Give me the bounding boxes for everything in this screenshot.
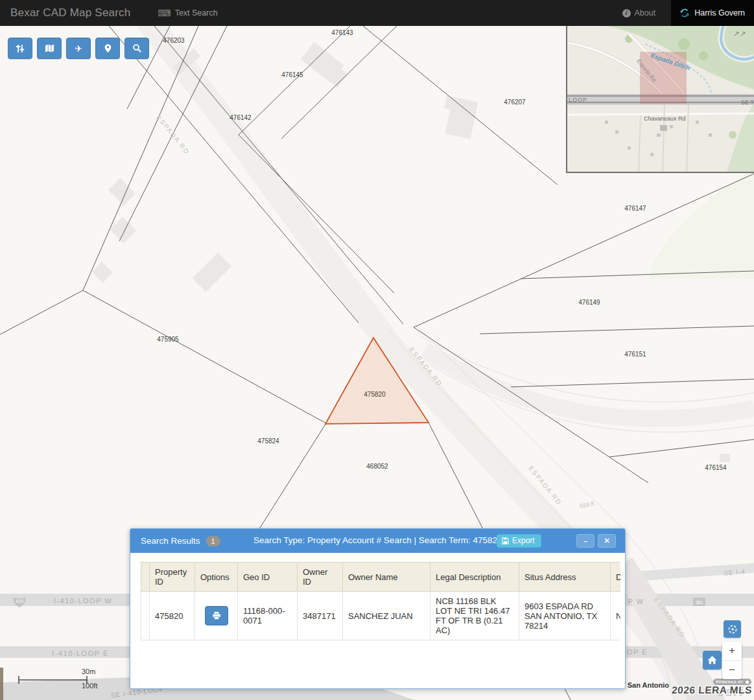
row-selector-cell[interactable] bbox=[141, 592, 150, 640]
export-save-icon bbox=[502, 537, 509, 544]
zoom-out-button[interactable]: − bbox=[722, 661, 742, 680]
cell-options bbox=[195, 592, 238, 640]
search-icon bbox=[132, 43, 142, 53]
table-row[interactable]: 475820 11168-000-0071 3487171 bbox=[141, 592, 621, 640]
col-owner-name[interactable]: Owner Name bbox=[343, 563, 430, 592]
parcel-label: 476145 bbox=[281, 71, 303, 78]
cell-truncated: N bbox=[611, 592, 621, 640]
basemap-button[interactable] bbox=[37, 38, 62, 59]
app-root: 4761434762034761454761424762074761474761… bbox=[0, 0, 754, 700]
print-row-button[interactable] bbox=[205, 606, 228, 625]
home-extent-button[interactable] bbox=[703, 651, 722, 670]
fly-to-button[interactable]: ✈ bbox=[66, 38, 91, 59]
overview-minimap[interactable]: Espada Ditch Espada Rd LOOP SE T Chavane… bbox=[566, 25, 754, 173]
cell-geo-id: 11168-000-0071 bbox=[238, 592, 298, 640]
harris-govern-logo-icon bbox=[679, 8, 690, 18]
parcel-label: 468052 bbox=[366, 463, 388, 470]
close-panel-button[interactable]: ✕ bbox=[598, 534, 616, 548]
printer-icon bbox=[212, 611, 221, 620]
col-truncated[interactable]: D bbox=[611, 563, 621, 592]
parcel-label: 476203 bbox=[163, 37, 184, 44]
road-label: OP E bbox=[627, 648, 648, 656]
result-count-badge: 1 bbox=[206, 536, 220, 546]
scale-imperial: 100ft bbox=[82, 682, 97, 690]
zoom-in-button[interactable]: + bbox=[722, 642, 742, 661]
parcel-label: 476154 bbox=[705, 464, 726, 471]
locate-crosshair-icon bbox=[727, 624, 738, 635]
plane-icon: ✈ bbox=[75, 43, 82, 54]
location-marker-button[interactable] bbox=[95, 38, 120, 59]
export-label: Export bbox=[512, 536, 535, 545]
minimap-label-loop: LOOP bbox=[569, 97, 587, 103]
road-label: P W bbox=[628, 598, 644, 605]
mls-watermark: 2026 LERA MLS bbox=[671, 684, 752, 696]
export-button[interactable]: Export bbox=[497, 534, 541, 548]
parcel-label: 475905 bbox=[157, 336, 178, 343]
parcel-label: 475820 bbox=[364, 391, 385, 398]
sliders-icon bbox=[15, 43, 25, 54]
parcel-label: 476151 bbox=[624, 351, 646, 358]
map-toolbar: ✈ bbox=[8, 38, 149, 59]
marker-icon bbox=[103, 43, 113, 53]
col-owner-id[interactable]: Owner ID bbox=[298, 563, 343, 592]
col-options[interactable]: Options bbox=[195, 563, 238, 592]
scale-metric: 30m bbox=[82, 668, 95, 675]
road-label: I-410-LOOP E bbox=[52, 649, 109, 657]
search-results-panel: Search Results 1 Search Type: Property A… bbox=[130, 528, 626, 689]
cell-legal-description: NCB 11168 BLK LOT NE TRI 146.47 FT OF TR… bbox=[430, 592, 519, 640]
search-summary: Search Type: Property Account # Search |… bbox=[253, 535, 502, 545]
panel-title: Search Results bbox=[141, 536, 200, 546]
cell-owner-id: 3487171 bbox=[298, 592, 343, 640]
info-icon: i bbox=[622, 9, 631, 18]
minimap-label-se-t: SE T bbox=[741, 99, 754, 106]
row-selector-header bbox=[141, 563, 150, 592]
brand-label: Harris Govern bbox=[694, 8, 745, 18]
results-table-container[interactable]: Property ID Options Geo ID Owner ID Owne… bbox=[141, 562, 620, 680]
col-legal-description[interactable]: Legal Description bbox=[430, 563, 519, 592]
map-icon bbox=[44, 43, 55, 53]
svg-text:410: 410 bbox=[16, 599, 23, 603]
text-search-button[interactable]: ⌨ Text Search bbox=[158, 8, 217, 18]
about-label: About bbox=[635, 8, 656, 18]
cell-situs-address: 9603 ESPADA RD SAN ANTONIO, TX 78214 bbox=[519, 592, 611, 640]
road-label: I-410-LOOP W bbox=[54, 597, 113, 605]
esri-dot-icon bbox=[746, 681, 749, 684]
search-button[interactable] bbox=[124, 38, 149, 59]
layers-sliders-button[interactable] bbox=[8, 38, 32, 59]
minimap-arrows-icon: ↗↗ bbox=[733, 29, 746, 38]
cell-property-id: 475820 bbox=[150, 592, 195, 640]
parcel-label: 475824 bbox=[257, 438, 279, 445]
us-281-shield: 281 bbox=[692, 597, 706, 609]
minimize-panel-button[interactable]: – bbox=[576, 534, 595, 548]
minimap-label-chavaneaux: Chavaneaux Rd bbox=[644, 115, 686, 122]
parcel-label: 476142 bbox=[230, 114, 251, 121]
locate-button[interactable] bbox=[724, 620, 741, 638]
col-geo-id[interactable]: Geo ID bbox=[238, 563, 298, 592]
app-title: Bexar CAD Map Search bbox=[10, 6, 130, 19]
text-search-label: Text Search bbox=[175, 8, 218, 18]
col-property-id[interactable]: Property ID bbox=[150, 563, 195, 592]
app-header: Bexar CAD Map Search ⌨ Text Search i Abo… bbox=[0, 0, 754, 26]
home-icon bbox=[707, 655, 718, 666]
about-button[interactable]: i About bbox=[622, 8, 656, 18]
table-header-row: Property ID Options Geo ID Owner ID Owne… bbox=[141, 563, 621, 592]
col-situs-address[interactable]: Situs Address bbox=[519, 563, 611, 592]
brand-link[interactable]: Harris Govern bbox=[671, 0, 754, 26]
cell-owner-name: SANCHEZ JUAN bbox=[343, 592, 430, 640]
interstate-410-shield: 410 bbox=[12, 596, 27, 611]
city-attribution: f San Antonio bbox=[623, 681, 669, 689]
parcel-label: 476207 bbox=[504, 99, 525, 106]
scale-bar: 30m 100ft bbox=[18, 671, 96, 691]
svg-text:281: 281 bbox=[696, 600, 703, 605]
road-label: SE I-4 bbox=[724, 568, 746, 576]
results-table: Property ID Options Geo ID Owner ID Owne… bbox=[141, 562, 620, 640]
parcel-label: 476143 bbox=[331, 29, 353, 36]
parcel-label: 476147 bbox=[624, 205, 646, 212]
parcel-label: 476149 bbox=[578, 299, 600, 306]
search-results-header[interactable]: Search Results 1 Search Type: Property A… bbox=[130, 529, 625, 553]
keyboard-icon: ⌨ bbox=[158, 8, 171, 18]
zoom-controls: + − bbox=[722, 642, 742, 679]
